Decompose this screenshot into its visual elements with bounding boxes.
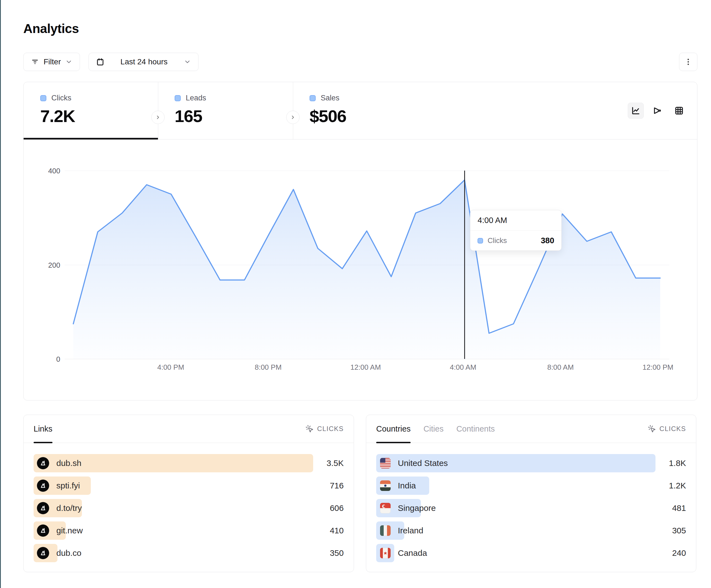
tooltip-series-label: Clicks xyxy=(488,236,536,245)
x-axis-tick: 4:00 AM xyxy=(450,363,476,372)
y-axis-tick: 200 xyxy=(35,261,60,270)
tab-label: Cities xyxy=(423,424,444,433)
funnel-icon xyxy=(653,106,662,115)
country-label: United States xyxy=(398,458,448,468)
area-series xyxy=(67,171,667,359)
date-range-button[interactable]: Last 24 hours xyxy=(89,53,198,71)
line-chart-view-button[interactable] xyxy=(628,103,644,119)
link-row[interactable]: spti.fyi 716 xyxy=(34,476,344,495)
country-label: Singapore xyxy=(398,503,436,513)
line-chart-icon xyxy=(631,106,641,115)
clicks-legend-square xyxy=(40,95,46,101)
india-flag-icon xyxy=(380,480,391,491)
links-list: dub.sh 3.5K spti.fyi 716 xyxy=(24,443,354,562)
filter-icon xyxy=(31,58,39,66)
analytics-chart-card: Clicks 7.2K Leads 165 xyxy=(23,82,697,401)
table-view-button[interactable] xyxy=(671,103,687,119)
window-edge xyxy=(0,0,1,588)
dub-logo-icon xyxy=(37,479,49,492)
country-clicks-value: 305 xyxy=(655,526,686,535)
filter-button-label: Filter xyxy=(44,58,61,66)
leads-legend-square xyxy=(175,95,181,101)
link-clicks-value: 3.5K xyxy=(313,458,344,468)
toolbar: Filter Last 24 hours xyxy=(23,53,697,71)
country-label: Canada xyxy=(398,548,427,558)
link-clicks-value: 410 xyxy=(313,526,344,535)
dub-logo-icon xyxy=(37,524,49,537)
country-row[interactable]: United States 1.8K xyxy=(376,454,686,472)
x-axis-tick: 8:00 PM xyxy=(255,363,281,372)
tab-cities[interactable]: Cities xyxy=(423,415,444,443)
more-options-button[interactable] xyxy=(679,53,697,71)
expand-clicks-button[interactable] xyxy=(151,111,165,124)
link-row[interactable]: dub.co 350 xyxy=(34,544,344,562)
clicks-time-series-chart[interactable]: 400 200 0 4:00 AM xyxy=(67,171,667,359)
stat-tabs: Clicks 7.2K Leads 165 xyxy=(24,82,697,139)
x-axis-tick: 8:00 AM xyxy=(547,363,574,372)
country-clicks-value: 240 xyxy=(655,548,686,558)
metric-label: CLICKS xyxy=(317,425,344,433)
stat-label: Sales xyxy=(321,94,340,103)
links-panel: Links CLICKS dub.sh 3.5K xyxy=(23,415,354,572)
date-range-label: Last 24 hours xyxy=(109,58,179,66)
dub-logo-icon xyxy=(37,547,49,559)
metric-selector[interactable]: CLICKS xyxy=(305,425,344,433)
link-row[interactable]: git.new 410 xyxy=(34,521,344,540)
tooltip-time: 4:00 AM xyxy=(470,210,561,231)
metric-label: CLICKS xyxy=(659,425,686,433)
stat-tab-clicks[interactable]: Clicks 7.2K xyxy=(24,82,158,139)
country-row[interactable]: Canada 240 xyxy=(376,544,686,562)
kebab-menu-icon xyxy=(684,58,692,66)
country-clicks-value: 481 xyxy=(655,503,686,513)
tab-links[interactable]: Links xyxy=(34,415,52,443)
active-tab-indicator xyxy=(376,442,411,443)
country-label: Ireland xyxy=(398,526,423,535)
country-row[interactable]: Singapore 481 xyxy=(376,499,686,517)
mouse-pointer-click-icon xyxy=(648,425,656,433)
x-axis: 4:00 PM 8:00 PM 12:00 AM 4:00 AM 8:00 AM… xyxy=(67,363,667,374)
stat-label: Leads xyxy=(186,94,206,103)
y-axis-tick: 0 xyxy=(35,355,60,364)
stat-tab-leads[interactable]: Leads 165 xyxy=(158,82,293,139)
dub-logo-icon xyxy=(37,502,49,514)
link-clicks-value: 606 xyxy=(313,503,344,513)
active-tab-indicator xyxy=(34,442,52,443)
chart-body: 400 200 0 4:00 AM xyxy=(24,139,697,400)
countries-panel: Countries Cities Continents CLICKS xyxy=(366,415,696,572)
link-label: dub.co xyxy=(56,548,81,558)
grid-icon xyxy=(674,106,684,115)
calendar-icon xyxy=(96,58,104,66)
country-row[interactable]: Ireland 305 xyxy=(376,521,686,540)
chevron-right-icon xyxy=(290,115,296,120)
tab-label: Countries xyxy=(376,424,411,433)
metric-selector[interactable]: CLICKS xyxy=(648,425,686,433)
page-title: Analytics xyxy=(23,21,79,36)
country-row[interactable]: India 1.2K xyxy=(376,476,686,495)
link-clicks-value: 350 xyxy=(313,548,344,558)
x-axis-tick: 4:00 PM xyxy=(157,363,184,372)
country-clicks-value: 1.2K xyxy=(655,481,686,490)
country-clicks-value: 1.8K xyxy=(655,458,686,468)
tab-countries[interactable]: Countries xyxy=(376,415,411,443)
link-row[interactable]: dub.sh 3.5K xyxy=(34,454,344,472)
tab-label: Links xyxy=(34,424,52,433)
x-axis-tick: 12:00 AM xyxy=(350,363,381,372)
singapore-flag-icon xyxy=(380,503,391,513)
funnel-view-button[interactable] xyxy=(649,103,666,119)
countries-list: United States 1.8K India 1.2K xyxy=(366,443,696,562)
stat-value: 7.2K xyxy=(40,106,158,126)
clicks-legend-square xyxy=(477,238,483,244)
y-axis-tick: 400 xyxy=(35,167,60,175)
analytics-page: Analytics Filter Last 24 hours xyxy=(0,0,711,588)
chevron-down-icon xyxy=(184,58,191,65)
link-row[interactable]: d.to/try 606 xyxy=(34,499,344,517)
tab-continents[interactable]: Continents xyxy=(456,415,495,443)
countries-panel-header: Countries Cities Continents CLICKS xyxy=(366,415,696,443)
chevron-right-icon xyxy=(155,115,161,120)
expand-leads-button[interactable] xyxy=(286,111,300,124)
us-flag-icon xyxy=(380,458,391,469)
filter-button[interactable]: Filter xyxy=(23,53,80,71)
tab-label: Continents xyxy=(456,424,495,433)
country-label: India xyxy=(398,481,416,490)
canada-flag-icon xyxy=(380,548,391,558)
